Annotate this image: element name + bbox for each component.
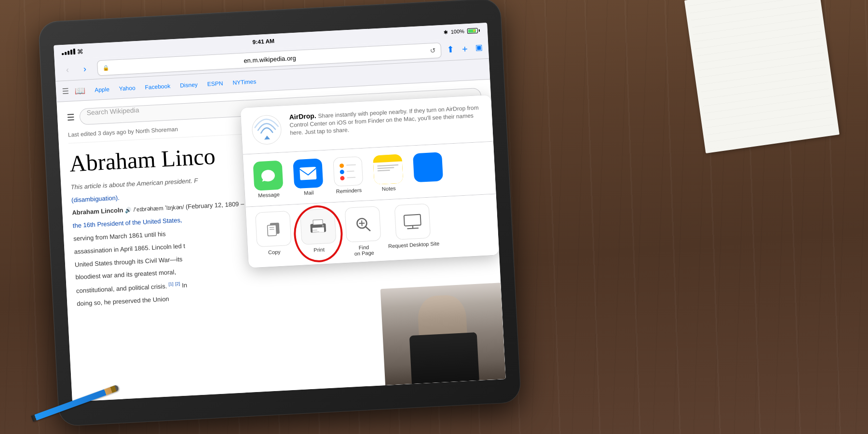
bookmark-espn[interactable]: ESPN: [203, 78, 227, 90]
battery-percent: 100%: [450, 28, 464, 34]
reminders-label: Reminders: [336, 187, 362, 194]
back-button[interactable]: ‹: [60, 63, 74, 77]
find-on-page-button[interactable]: Findon Page: [341, 206, 385, 257]
napkin-front: [684, 0, 840, 153]
airdrop-icon: [250, 114, 283, 146]
svg-rect-8: [312, 219, 322, 225]
notes-label: Notes: [382, 185, 396, 191]
reload-button[interactable]: ↺: [430, 47, 436, 55]
svg-rect-1: [299, 167, 316, 180]
print-icon: [299, 208, 336, 245]
bookmark-disney[interactable]: Disney: [176, 79, 202, 91]
svg-rect-16: [404, 215, 421, 226]
share-mail-button[interactable]: Mail: [289, 158, 327, 197]
message-icon: [253, 161, 283, 191]
bookmark-facebook[interactable]: Facebook: [141, 81, 175, 93]
charging-icon: ⚡: [472, 28, 476, 32]
share-reminders-button[interactable]: Reminders: [329, 156, 367, 195]
wifi-icon: ⌘: [77, 47, 84, 55]
battery-indicator: ⚡: [467, 27, 480, 33]
battery-tip: [479, 29, 480, 31]
bookmarks-icon: ☰: [62, 87, 69, 96]
copy-icon: [255, 211, 291, 247]
find-on-page-label: Findon Page: [354, 244, 374, 257]
notes-icon: [373, 154, 403, 185]
desktop-site-label: Request Desktop Site: [388, 241, 440, 249]
extra-app-icon: [413, 152, 443, 182]
print-action-button[interactable]: Print: [297, 208, 340, 259]
mail-icon: [293, 158, 323, 189]
speaker-icon: 🔊: [125, 207, 132, 213]
wiki-search-placeholder: Search Wikipedia: [86, 106, 139, 117]
safari-nav-buttons: ‹ ›: [60, 62, 92, 77]
reminders-icon: [333, 156, 363, 187]
forward-button[interactable]: ›: [78, 62, 92, 76]
print-label: Print: [313, 246, 325, 253]
bluetooth-icon: ✱: [443, 29, 448, 35]
new-tab-button[interactable]: +: [462, 43, 468, 55]
share-sheet: AirDrop. Share instantly with people nea…: [241, 95, 500, 268]
ipad-screen: ⌘ 9:41 AM ✱ 100% ⚡: [54, 23, 505, 402]
bookmark-yahoo[interactable]: Yahoo: [115, 82, 139, 94]
find-icon: [344, 206, 381, 243]
message-label: Message: [258, 191, 280, 198]
share-message-button[interactable]: Message: [249, 160, 287, 199]
status-right: ✱ 100% ⚡: [443, 27, 480, 35]
svg-line-13: [365, 226, 369, 231]
bookmark-apple[interactable]: Apple: [91, 83, 114, 95]
lincoln-portrait: [380, 283, 506, 385]
desktop-icon: [394, 203, 431, 240]
mail-label: Mail: [304, 190, 314, 196]
airdrop-title: AirDrop. Share instantly with people nea…: [289, 103, 483, 136]
share-button[interactable]: ⬆: [447, 44, 455, 55]
airdrop-text: AirDrop. Share instantly with people nea…: [289, 103, 483, 138]
copy-action-button[interactable]: Copy: [252, 211, 295, 262]
svg-line-15: [362, 221, 362, 226]
svg-rect-3: [267, 225, 276, 236]
signal-icon: [62, 49, 76, 55]
wiki-menu-icon[interactable]: ☰: [67, 112, 75, 123]
lock-icon: 🔒: [102, 65, 109, 71]
status-left: ⌘: [62, 47, 84, 55]
bookmark-nytimes[interactable]: NYTimes: [229, 76, 260, 88]
safari-action-buttons: ⬆ + ▣: [447, 42, 483, 55]
ipad-frame: ⌘ 9:41 AM ✱ 100% ⚡: [38, 0, 522, 427]
ipad-device: ⌘ 9:41 AM ✱ 100% ⚡: [38, 0, 522, 427]
status-time: 9:41 AM: [252, 38, 274, 45]
share-extra-button[interactable]: [409, 152, 447, 190]
copy-label: Copy: [268, 249, 281, 255]
tabs-button[interactable]: ▣: [475, 42, 483, 54]
request-desktop-button[interactable]: Request Desktop Site: [386, 203, 440, 255]
share-notes-button[interactable]: Notes: [369, 154, 407, 192]
reading-list-icon: 📖: [74, 85, 85, 96]
